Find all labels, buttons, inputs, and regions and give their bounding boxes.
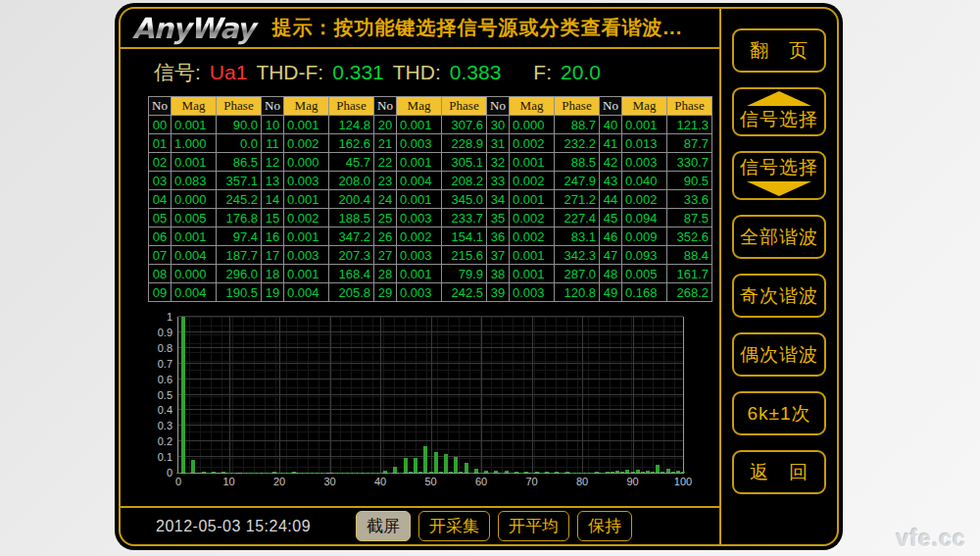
harmonic-phase: 79.9: [442, 265, 486, 282]
all-harmonics-button[interactable]: 全部谐波: [732, 215, 826, 259]
watermark: vfe.cc: [897, 526, 966, 552]
six-k-plus-minus-one-button[interactable]: 6k±1次: [732, 391, 826, 435]
harmonic-no: 27: [374, 246, 396, 264]
harmonic-no: 32: [487, 153, 509, 171]
screenshot-button[interactable]: 截屏: [356, 511, 411, 541]
harmonic-mag: 0.005: [172, 209, 216, 227]
harmonic-bar: [418, 472, 422, 473]
harmonic-phase: 0.0: [217, 134, 261, 152]
harmonic-mag: 0.003: [397, 283, 441, 301]
y-tick-label: 0.3: [158, 419, 172, 432]
start-averaging-button[interactable]: 开平均: [498, 511, 569, 541]
signal-select-down-button[interactable]: 信号选择: [732, 151, 826, 200]
harmonic-phase: 83.1: [555, 227, 599, 245]
harmonic-phase: 88.4: [667, 246, 711, 264]
harmonic-phase: 188.5: [329, 209, 373, 227]
odd-harmonics-label: 奇次谐波: [740, 283, 818, 309]
harmonic-mag: 0.003: [397, 209, 441, 227]
harmonic-no: 04: [149, 190, 171, 208]
page-flip-button[interactable]: 翻 页: [732, 28, 826, 73]
start-acquisition-button[interactable]: 开采集: [418, 511, 490, 541]
return-label: 返 回: [750, 460, 808, 485]
harmonic-no: 38: [487, 265, 509, 282]
harmonic-phase: 205.8: [329, 283, 373, 301]
v-gridline: [229, 317, 230, 473]
harmonic-no: 33: [487, 172, 509, 189]
harmonic-mag: 0.002: [510, 227, 554, 245]
y-tick-label: 1: [167, 310, 172, 324]
table-header-cell: No: [374, 97, 396, 115]
harmonic-phase: 87.7: [667, 134, 711, 152]
harmonic-mag: 0.002: [510, 172, 554, 189]
harmonic-bar: [535, 472, 539, 473]
harmonic-bar: [646, 471, 650, 473]
harmonic-bar: [414, 458, 417, 473]
harmonic-mag: 0.004: [172, 246, 216, 264]
harmonic-chart: 00.10.20.30.40.50.60.70.80.9101020304050…: [121, 302, 719, 506]
v-gridline: [532, 317, 533, 473]
harmonic-bar: [292, 472, 296, 473]
y-tick-label: 0.8: [158, 341, 172, 355]
x-tick-label: 90: [626, 476, 638, 487]
harmonic-no: 29: [374, 283, 396, 301]
harmonic-mag: 0.001: [284, 116, 328, 133]
harmonic-phase: 227.4: [555, 209, 599, 227]
table-header-cell: No: [600, 97, 621, 115]
harmonic-phase: 90.0: [217, 116, 261, 133]
harmonic-mag: 0.001: [510, 265, 554, 282]
harmonic-mag: 0.001: [397, 153, 441, 171]
harmonic-bar: [429, 472, 433, 473]
table-header-cell: Mag: [622, 97, 666, 115]
return-button[interactable]: 返 回: [732, 450, 826, 494]
harmonic-bar: [641, 472, 645, 473]
harmonic-bar: [404, 458, 408, 473]
harmonic-bar: [191, 460, 195, 473]
harmonic-phase: 176.8: [217, 209, 261, 227]
thdf-label: THD-F:: [256, 61, 323, 84]
harmonic-phase: 242.5: [442, 283, 486, 301]
harmonic-phase: 88.5: [555, 153, 599, 171]
harmonic-no: 07: [149, 246, 171, 264]
harmonic-phase: 200.4: [329, 190, 373, 208]
harmonic-no: 20: [374, 116, 396, 133]
harmonic-bar: [454, 457, 458, 473]
harmonic-no: 45: [600, 209, 621, 227]
y-tick-label: 0.1: [158, 450, 172, 464]
y-tick-label: 0.9: [158, 326, 172, 339]
v-gridline: [633, 317, 634, 473]
harmonic-phase: 357.1: [217, 172, 261, 189]
even-harmonics-button[interactable]: 偶次谐波: [732, 332, 826, 377]
harmonic-phase: 208.0: [329, 172, 373, 189]
table-header-cell: No: [149, 97, 171, 115]
harmonic-no: 21: [374, 134, 396, 152]
harmonic-bar: [423, 446, 427, 473]
hold-button[interactable]: 保持: [577, 511, 632, 541]
harmonic-phase: 154.1: [442, 227, 486, 245]
table-header-cell: Phase: [555, 97, 599, 115]
harmonic-bar: [545, 472, 549, 473]
harmonic-mag: 0.001: [397, 265, 441, 282]
harmonic-bar: [272, 472, 276, 473]
signal-name: Ua1: [210, 61, 248, 84]
harmonic-no: 46: [600, 227, 621, 245]
harmonic-bar: [661, 472, 664, 473]
harmonic-mag: 0.001: [622, 116, 666, 133]
harmonic-phase: 245.2: [217, 190, 261, 208]
harmonic-no: 44: [600, 190, 621, 208]
device-bezel: AnyWay 提示：按功能键选择信号源或分类查看谐波... 信号: Ua1 TH…: [115, 3, 843, 550]
even-harmonics-label: 偶次谐波: [740, 342, 818, 368]
harmonic-no: 26: [374, 227, 396, 245]
harmonic-bar: [651, 472, 655, 473]
signal-select-up-button[interactable]: 信号选择: [732, 87, 826, 136]
harmonic-phase: 307.6: [442, 116, 486, 133]
harmonic-no: 19: [262, 283, 283, 301]
harmonic-mag: 0.001: [510, 190, 554, 208]
harmonic-no: 10: [262, 116, 283, 133]
harmonic-bar: [611, 472, 614, 473]
harmonic-bar: [636, 470, 640, 473]
table-header-cell: Phase: [667, 97, 711, 115]
odd-harmonics-button[interactable]: 奇次谐波: [732, 274, 826, 318]
harmonic-no: 36: [487, 227, 509, 245]
v-gridline: [279, 317, 280, 473]
harmonic-no: 35: [487, 209, 509, 227]
